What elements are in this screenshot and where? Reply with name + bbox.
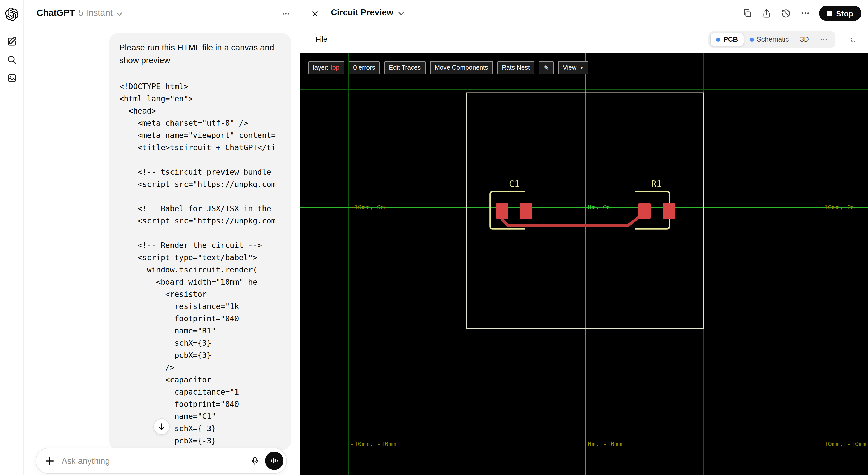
code-line: footprint="040 bbox=[119, 398, 281, 410]
pcb-dot-icon bbox=[716, 37, 720, 41]
library-icon bbox=[6, 73, 17, 83]
chevron-down-icon bbox=[116, 10, 122, 18]
canvas-more-button[interactable] bbox=[800, 8, 811, 19]
openai-logo[interactable] bbox=[4, 6, 20, 23]
coord-label-origin: 0m, 0m bbox=[588, 203, 611, 211]
canvas-menubar: File PCB Schematic 3D ⋯ bbox=[300, 27, 868, 53]
view-toggle: PCB Schematic 3D ⋯ bbox=[709, 31, 835, 48]
component-C1[interactable]: C1 bbox=[490, 179, 532, 229]
edit-traces-button[interactable]: Edit Traces bbox=[384, 61, 425, 74]
canvas-panel: Circuit Preview bbox=[300, 0, 868, 475]
code-line: capacitance="1 bbox=[119, 386, 281, 398]
copy-icon bbox=[742, 8, 752, 18]
plus-icon bbox=[44, 456, 54, 466]
pencil-tool-button[interactable]: ✎ bbox=[539, 61, 554, 74]
canvas-title-dropdown[interactable]: Circuit Preview bbox=[329, 7, 406, 19]
fit-view-button[interactable] bbox=[847, 34, 859, 45]
r1-pad-2 bbox=[663, 203, 675, 219]
code-line: <script type="text/babel"> bbox=[119, 251, 281, 264]
coord-label: 0m, -10mm bbox=[588, 440, 622, 448]
view-toggle-more[interactable]: ⋯ bbox=[814, 33, 834, 46]
more-horizontal-icon bbox=[801, 9, 810, 18]
rats-nest-button[interactable]: Rats Nest bbox=[497, 61, 534, 74]
code-line: <script src="https://unpkg.com bbox=[119, 178, 281, 191]
code-line: name="C1" bbox=[119, 410, 281, 422]
dictate-button[interactable] bbox=[247, 452, 263, 469]
stop-button[interactable]: Stop bbox=[819, 6, 861, 21]
voice-mode-button[interactable] bbox=[265, 451, 283, 470]
errors-button[interactable]: 0 errors bbox=[349, 61, 380, 74]
user-message-bubble: Please run this HTML file in a canvas an… bbox=[109, 33, 291, 450]
canvas-header: Circuit Preview bbox=[300, 0, 868, 27]
tab-schematic-label: Schematic bbox=[756, 36, 789, 43]
composer bbox=[36, 447, 287, 474]
schematic-dot-icon bbox=[749, 37, 753, 41]
app-window: ChatGPT 5 Instant Please run this HTML f… bbox=[0, 0, 868, 475]
fit-view-icon bbox=[851, 35, 856, 44]
openai-logo-icon bbox=[5, 8, 18, 21]
arrow-down-icon bbox=[157, 422, 166, 431]
layer-label: layer: bbox=[313, 64, 329, 71]
search-icon bbox=[6, 54, 17, 65]
code-line: <!-- tscircuit preview bundle bbox=[119, 166, 281, 178]
sidebar-rail bbox=[0, 0, 24, 475]
view-menu-button[interactable]: View ▼ bbox=[558, 61, 588, 74]
move-components-button[interactable]: Move Components bbox=[430, 61, 493, 74]
file-menu[interactable]: File bbox=[313, 34, 330, 44]
chat-options-button[interactable] bbox=[279, 7, 293, 21]
code-line: name="R1" bbox=[119, 325, 281, 337]
history-button[interactable] bbox=[780, 8, 791, 19]
share-icon bbox=[761, 8, 771, 18]
model-selector[interactable]: ChatGPT 5 Instant bbox=[35, 7, 124, 19]
code-line: window.tscircuit.render( bbox=[119, 264, 281, 276]
message-input[interactable] bbox=[61, 455, 247, 466]
microphone-icon bbox=[250, 456, 259, 465]
code-line bbox=[119, 227, 281, 239]
copy-button[interactable] bbox=[741, 8, 752, 19]
scroll-to-bottom-button[interactable] bbox=[153, 418, 170, 435]
code-line: /> bbox=[119, 362, 281, 374]
coord-label: 10mm, -10mm bbox=[824, 440, 866, 448]
layer-selector[interactable]: layer: top bbox=[308, 61, 344, 74]
tab-pcb[interactable]: PCB bbox=[710, 33, 744, 46]
pcb-toolbar: layer: top 0 errors Edit Traces Move Com… bbox=[308, 61, 588, 74]
code-line: <title>tscircuit + ChatGPT</ti bbox=[119, 141, 281, 154]
chat-column: ChatGPT 5 Instant Please run this HTML f… bbox=[24, 0, 300, 475]
close-canvas-button[interactable] bbox=[308, 7, 321, 20]
pcb-drawing: C1 R1 bbox=[300, 53, 868, 475]
tab-3d-label: 3D bbox=[800, 36, 809, 43]
coord-label: -10mm, -10mm bbox=[350, 440, 396, 448]
r1-ref-label: R1 bbox=[651, 179, 662, 189]
canvas-title: Circuit Preview bbox=[331, 8, 394, 18]
layer-value: top bbox=[331, 64, 339, 71]
code-line: <board width="10mm" he bbox=[119, 276, 281, 288]
chat-header: ChatGPT 5 Instant bbox=[24, 0, 300, 27]
tab-3d[interactable]: 3D bbox=[794, 33, 814, 46]
code-line: <meta charset="utf-8" /> bbox=[119, 117, 281, 129]
pcb-viewport[interactable]: C1 R1 -10mm, 0m 0m, 0m 10mm, 0m -10mm, -… bbox=[300, 53, 868, 475]
code-line: <capacitor bbox=[119, 374, 281, 386]
library-button[interactable] bbox=[4, 70, 20, 86]
code-line bbox=[119, 191, 281, 203]
code-line: <script src="https://unpkg.com bbox=[119, 215, 281, 227]
tab-schematic[interactable]: Schematic bbox=[744, 33, 794, 46]
code-line: <meta name="viewport" content= bbox=[119, 129, 281, 141]
code-line: <!-- Babel for JSX/TSX in the bbox=[119, 203, 281, 215]
share-button[interactable] bbox=[761, 8, 772, 19]
code-line bbox=[119, 154, 281, 166]
new-chat-button[interactable] bbox=[4, 33, 20, 49]
code-line: schX={-3} bbox=[119, 422, 281, 435]
more-horizontal-icon bbox=[282, 9, 290, 18]
code-line: <!DOCTYPE html> bbox=[119, 80, 281, 93]
code-line: <html lang="en"> bbox=[119, 93, 281, 105]
attach-button[interactable] bbox=[40, 451, 59, 470]
search-button[interactable] bbox=[4, 52, 20, 68]
voice-waveform-icon bbox=[270, 456, 279, 465]
code-line: <head> bbox=[119, 105, 281, 117]
new-chat-icon bbox=[6, 35, 17, 46]
code-line: pcbX={-3} bbox=[119, 435, 281, 447]
c1-pad-1 bbox=[496, 203, 508, 219]
r1-pad-1 bbox=[639, 203, 651, 219]
stop-square-icon bbox=[827, 11, 832, 16]
component-R1[interactable]: R1 bbox=[634, 179, 675, 229]
